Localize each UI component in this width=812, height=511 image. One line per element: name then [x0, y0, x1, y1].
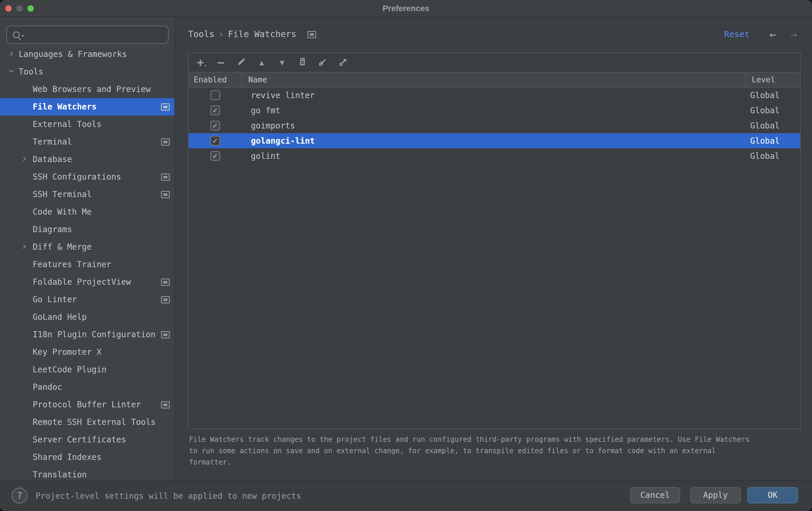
enabled-cell: ✓: [189, 151, 241, 161]
enabled-checkbox[interactable]: ✓: [210, 151, 220, 161]
remove-watcher-button[interactable]: −: [215, 57, 226, 68]
import-watcher-button[interactable]: [318, 57, 328, 68]
sidebar-item-ssh-terminal[interactable]: SSH Terminal: [0, 186, 175, 203]
sidebar-item-label: Database: [33, 151, 72, 168]
enabled-cell: ✓: [189, 120, 241, 131]
watcher-row-golangci-lint[interactable]: ✓golangci-lintGlobal: [189, 133, 800, 148]
sidebar-item-foldable-projectview[interactable]: Foldable ProjectView: [0, 273, 175, 291]
watcher-name: golangci-lint: [241, 136, 745, 146]
titlebar: Preferences: [0, 0, 812, 17]
sidebar-item-languages-frameworks[interactable]: Languages & Frameworks: [0, 46, 175, 63]
dialog-footer: ? Project-level settings will be applied…: [0, 480, 812, 511]
sidebar-item-pandoc[interactable]: Pandoc: [0, 378, 175, 396]
watcher-level: Global: [745, 136, 800, 146]
back-arrow-button[interactable]: ←: [766, 28, 779, 41]
move-down-watcher-button[interactable]: ▼: [277, 57, 287, 68]
sidebar-item-code-with-me[interactable]: Code With Me: [0, 203, 175, 221]
description-line: to run some actions on save and on exter…: [189, 445, 805, 457]
chevron-right-icon: [8, 51, 14, 57]
description-line: File Watchers track changes to the proje…: [189, 434, 805, 445]
move-up-watcher-button[interactable]: ▲: [256, 57, 267, 68]
enabled-checkbox[interactable]: ✓: [210, 105, 220, 115]
description-line: formatter.: [189, 457, 805, 468]
breadcrumb-tools[interactable]: Tools: [188, 29, 214, 39]
sidebar-item-label: Translation: [33, 466, 87, 480]
ok-button[interactable]: OK: [747, 487, 798, 504]
help-button[interactable]: ?: [12, 488, 27, 504]
column-header-name: Name: [241, 73, 745, 87]
duplicate-icon: [297, 57, 308, 68]
per-project-monitor-icon: [161, 331, 170, 339]
sidebar-item-web-browsers-and-preview[interactable]: Web Browsers and Preview: [0, 81, 175, 98]
sidebar-item-features-trainer[interactable]: Features Trainer: [0, 256, 175, 273]
sidebar-item-diagrams[interactable]: Diagrams: [0, 221, 175, 238]
sidebar-item-diff-merge[interactable]: Diff & Merge: [0, 238, 175, 256]
watcher-level: Global: [745, 151, 800, 161]
watcher-name: golint: [241, 151, 745, 161]
watcher-row-revive-linter[interactable]: revive linterGlobal: [189, 88, 800, 103]
watcher-row-go-fmt[interactable]: ✓go fmtGlobal: [189, 103, 800, 118]
watcher-row-golint[interactable]: ✓golintGlobal: [189, 148, 800, 163]
watcher-level: Global: [745, 106, 800, 115]
sidebar-item-translation[interactable]: Translation: [0, 466, 175, 480]
preferences-window: Preferences Languages & FrameworksToolsW…: [0, 0, 812, 511]
sidebar-item-goland-help[interactable]: GoLand Help: [0, 308, 175, 326]
sidebar-item-i18n-plugin-configuration[interactable]: I18n Plugin Configuration: [0, 326, 175, 343]
cancel-button[interactable]: Cancel: [630, 487, 680, 504]
duplicate-watcher-button[interactable]: [297, 57, 308, 68]
search-input[interactable]: [29, 27, 163, 42]
watcher-row-goimports[interactable]: ✓goimportsGlobal: [189, 118, 800, 133]
edit-watcher-button[interactable]: [236, 57, 246, 68]
export-icon: [338, 57, 349, 68]
per-project-monitor-icon: [161, 173, 170, 181]
sidebar-item-go-linter[interactable]: Go Linter: [0, 291, 175, 308]
breadcrumb-file-watchers[interactable]: File Watchers: [228, 29, 296, 39]
watcher-name: go fmt: [241, 106, 745, 115]
watchers-table-body: revive linterGlobal✓go fmtGlobal✓goimpor…: [189, 88, 800, 163]
reset-link[interactable]: Reset: [724, 17, 750, 51]
per-project-monitor-icon: [161, 103, 170, 111]
import-icon: [318, 57, 328, 68]
export-watcher-button[interactable]: [338, 57, 349, 68]
sidebar-item-label: Key Promoter X: [33, 343, 102, 361]
settings-search-box[interactable]: [6, 26, 169, 44]
sidebar-item-remote-ssh-external-tools[interactable]: Remote SSH External Tools: [0, 413, 175, 431]
sidebar-item-label: Languages & Frameworks: [19, 46, 127, 63]
enabled-checkbox[interactable]: ✓: [210, 120, 220, 131]
sidebar-item-label: External Tools: [33, 116, 102, 133]
forward-arrow-button[interactable]: →: [787, 28, 800, 41]
sidebar-item-key-promoter-x[interactable]: Key Promoter X: [0, 343, 175, 361]
per-project-monitor-icon: [161, 401, 170, 408]
edit-icon: [236, 57, 246, 68]
project-level-hint: Project-level settings will be applied t…: [36, 481, 301, 511]
sidebar-item-database[interactable]: Database: [0, 151, 175, 168]
apply-button[interactable]: Apply: [690, 487, 741, 504]
sidebar-item-tools[interactable]: Tools: [0, 63, 175, 81]
per-project-monitor-icon: [161, 278, 170, 286]
sidebar-item-label: Diagrams: [33, 221, 72, 238]
watcher-name: revive linter: [241, 90, 745, 100]
sidebar-item-label: Protocol Buffer Linter: [33, 396, 141, 413]
chevron-down-icon: [8, 68, 14, 75]
sidebar-item-label: Server Certificates: [33, 431, 126, 449]
watcher-level: Global: [745, 90, 800, 100]
sidebar-item-server-certificates[interactable]: Server Certificates: [0, 431, 175, 449]
sidebar-item-external-tools[interactable]: External Tools: [0, 116, 175, 133]
sidebar-item-ssh-configurations[interactable]: SSH Configurations: [0, 168, 175, 186]
enabled-checkbox[interactable]: ✓: [210, 136, 220, 146]
add-watcher-button[interactable]: +▾: [195, 57, 206, 68]
sidebar-item-label: Terminal: [33, 133, 72, 151]
sidebar-item-leetcode-plugin[interactable]: LeetCode Plugin: [0, 361, 175, 378]
sidebar-item-shared-indexes[interactable]: Shared Indexes: [0, 449, 175, 466]
sidebar-item-terminal[interactable]: Terminal: [0, 133, 175, 151]
sidebar-item-label: Go Linter: [33, 291, 77, 308]
sidebar-item-protocol-buffer-linter[interactable]: Protocol Buffer Linter: [0, 396, 175, 413]
sidebar-item-file-watchers[interactable]: File Watchers: [0, 98, 175, 116]
table-header: Enabled Name Level: [189, 73, 800, 88]
enabled-checkbox[interactable]: [210, 90, 220, 100]
per-project-monitor-icon: [161, 296, 170, 303]
column-header-level: Level: [745, 73, 800, 87]
sidebar-item-label: Foldable ProjectView: [33, 273, 131, 291]
enabled-cell: ✓: [189, 105, 241, 115]
per-project-monitor-icon: [308, 31, 316, 38]
